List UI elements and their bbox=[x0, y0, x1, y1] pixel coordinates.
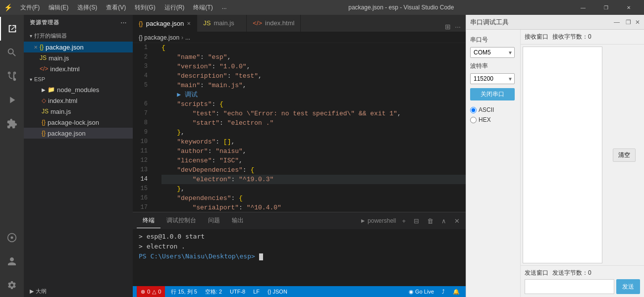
serial-close-icon[interactable]: ✕ bbox=[635, 19, 640, 26]
serial-maximize-icon[interactable]: ❐ bbox=[626, 19, 631, 26]
trash-terminal-icon[interactable]: 🗑 bbox=[425, 216, 435, 226]
status-line-ending[interactable]: LF bbox=[251, 289, 262, 295]
ascii-radio[interactable] bbox=[470, 107, 477, 113]
close-terminal-icon[interactable]: ✕ bbox=[452, 216, 462, 226]
account-activity-icon[interactable] bbox=[0, 249, 24, 273]
remote-activity-icon[interactable] bbox=[0, 226, 24, 249]
open-editors-section[interactable]: ▾ 打开的编辑器 bbox=[24, 30, 133, 42]
terminal-line-2: > electron . bbox=[139, 242, 460, 251]
folder-node-modules[interactable]: ▶ 📁 node_modules bbox=[24, 84, 133, 95]
activity-bar bbox=[0, 15, 24, 297]
extensions-activity-icon[interactable] bbox=[0, 112, 24, 136]
menu-more[interactable]: ... bbox=[218, 1, 231, 14]
tab-index-html[interactable]: </> index.html bbox=[247, 15, 301, 32]
ascii-radio-label[interactable]: ASCII bbox=[470, 106, 516, 113]
add-terminal-icon[interactable]: + bbox=[400, 216, 408, 226]
source-control-activity-icon[interactable] bbox=[0, 64, 24, 88]
serial-panel: 串口调试工具 — ❐ ✕ 串口号 COM5 ▼ 波特率 bbox=[466, 15, 644, 297]
tab-main-js[interactable]: JS main.js bbox=[197, 15, 247, 32]
terminal-content[interactable]: > esp@1.0.0 start > electron . PS C:\Use… bbox=[133, 230, 466, 286]
line-num-5b bbox=[133, 90, 154, 99]
minimize-button[interactable]: — bbox=[572, 0, 594, 15]
status-encoding[interactable]: UTF-8 bbox=[228, 289, 247, 295]
status-remote[interactable]: ⤴ bbox=[440, 289, 447, 295]
split-terminal-icon[interactable]: ⊟ bbox=[412, 216, 421, 226]
split-editor-icon[interactable]: ⊞ bbox=[444, 22, 452, 32]
code-line-6: "scripts": { bbox=[161, 99, 466, 109]
terminal-tab-debug[interactable]: 调试控制台 bbox=[161, 213, 202, 228]
golive-label: ◉ Go Live bbox=[409, 289, 434, 295]
status-language[interactable]: {} JSON bbox=[266, 289, 289, 295]
baud-select[interactable]: 115200 bbox=[470, 73, 515, 84]
line-num-17: 17 bbox=[133, 203, 154, 212]
run-activity-icon[interactable] bbox=[0, 88, 24, 112]
code-editor[interactable]: 1 2 3 4 5 6 7 8 9 10 11 12 13 14 15 16 1… bbox=[133, 43, 466, 212]
close-icon[interactable]: ✕ bbox=[34, 45, 38, 50]
window-controls[interactable]: — ❐ ✕ bbox=[572, 0, 640, 15]
menu-view[interactable]: 查看(V) bbox=[102, 1, 130, 14]
hex-radio-label[interactable]: HEX bbox=[470, 116, 516, 123]
tab-package-json[interactable]: {} package.json ✕ bbox=[133, 15, 197, 32]
menu-select[interactable]: 选择(S) bbox=[73, 1, 101, 14]
line-num-9: 9 bbox=[133, 128, 154, 137]
terminal-tab-problems[interactable]: 问题 bbox=[202, 213, 226, 228]
window-title: package.json - esp - Visual Studio Code bbox=[231, 4, 572, 11]
send-input[interactable] bbox=[525, 279, 614, 294]
esp-file-list: ▶ 📁 node_modules ◇ index.html JS main.js… bbox=[24, 84, 133, 139]
sidebar-title: 资源管理器 bbox=[30, 19, 59, 26]
tab-bar: {} package.json ✕ JS main.js </> index.h… bbox=[133, 15, 466, 32]
file-main-js[interactable]: JS main.js bbox=[24, 106, 133, 117]
chevron-up-icon[interactable]: ∧ bbox=[439, 216, 448, 226]
clear-button-area: 清空 bbox=[604, 45, 644, 265]
clear-button[interactable]: 清空 bbox=[613, 148, 636, 162]
serial-minimize-icon[interactable]: — bbox=[614, 19, 620, 26]
outline-section[interactable]: ▶ 大纲 bbox=[24, 286, 133, 297]
menu-bar[interactable]: 文件(F) 编辑(E) 选择(S) 查看(V) 转到(G) 运行(R) 终端(T… bbox=[16, 1, 231, 14]
esp-section[interactable]: ▾ ESP bbox=[24, 74, 133, 84]
folder-icon: 📁 bbox=[48, 86, 55, 93]
close-port-button[interactable]: 关闭串口 bbox=[470, 88, 515, 100]
file-label: package.json bbox=[48, 130, 86, 137]
breadcrumb-file[interactable]: {} package.json bbox=[139, 34, 179, 41]
tab-close-icon[interactable]: ✕ bbox=[187, 21, 191, 26]
line-num-11: 11 bbox=[133, 147, 154, 156]
menu-file[interactable]: 文件(F) bbox=[16, 1, 44, 14]
explorer-activity-icon[interactable] bbox=[0, 17, 24, 41]
send-button[interactable]: 发送 bbox=[616, 279, 640, 294]
send-input-row: 发送 bbox=[525, 279, 640, 294]
sidebar-header-actions: ··· bbox=[121, 20, 127, 26]
open-file-main-js[interactable]: ✕ JS main.js bbox=[24, 52, 133, 63]
status-errors[interactable]: ⊗ 0 △ 0 bbox=[137, 286, 165, 297]
maximize-button[interactable]: ❐ bbox=[594, 0, 617, 15]
sidebar-more-icon[interactable]: ··· bbox=[121, 20, 127, 26]
file-index-html[interactable]: ◇ index.html bbox=[24, 95, 133, 106]
settings-activity-icon[interactable] bbox=[0, 273, 24, 297]
breadcrumb-item[interactable]: ... bbox=[185, 34, 190, 41]
port-select[interactable]: COM5 bbox=[470, 47, 515, 58]
line-numbers: 1 2 3 4 5 6 7 8 9 10 11 12 13 14 15 16 1… bbox=[133, 43, 158, 212]
hex-radio[interactable] bbox=[470, 117, 477, 123]
terminal-tab-terminal[interactable]: 终端 bbox=[137, 213, 161, 228]
status-spaces[interactable]: 空格: 2 bbox=[203, 288, 224, 296]
search-activity-icon[interactable] bbox=[0, 41, 24, 64]
status-golive[interactable]: ◉ Go Live bbox=[407, 289, 436, 295]
status-position[interactable]: 行 15, 列 5 bbox=[169, 288, 199, 296]
menu-terminal[interactable]: 终端(T) bbox=[189, 1, 216, 14]
file-package-json[interactable]: {} package.json bbox=[24, 128, 133, 139]
more-actions-icon[interactable]: ··· bbox=[454, 22, 462, 32]
open-file-package-json[interactable]: ✕ {} package.json bbox=[24, 42, 133, 52]
terminal-tab-output[interactable]: 输出 bbox=[226, 213, 250, 228]
menu-goto[interactable]: 转到(G) bbox=[131, 1, 159, 14]
open-file-index-html[interactable]: ✕ </> index.html bbox=[24, 63, 133, 74]
menu-run[interactable]: 运行(R) bbox=[161, 1, 189, 14]
close-button[interactable]: ✕ bbox=[617, 0, 640, 15]
file-package-lock-json[interactable]: {} package-lock.json bbox=[24, 117, 133, 128]
html-tab-icon: </> bbox=[253, 19, 262, 27]
menu-edit[interactable]: 编辑(E) bbox=[45, 1, 72, 14]
code-content[interactable]: { "name": "esp", "version": "1.0.0", "de… bbox=[158, 43, 466, 212]
js-file-icon: JS bbox=[42, 108, 49, 115]
receive-textarea[interactable] bbox=[523, 47, 602, 263]
status-notifications[interactable]: 🔔 bbox=[451, 289, 462, 295]
code-line-3: "version": "1.0.0", bbox=[161, 62, 466, 71]
serial-body: 串口号 COM5 ▼ 波特率 115200 ▼ bbox=[466, 30, 644, 297]
